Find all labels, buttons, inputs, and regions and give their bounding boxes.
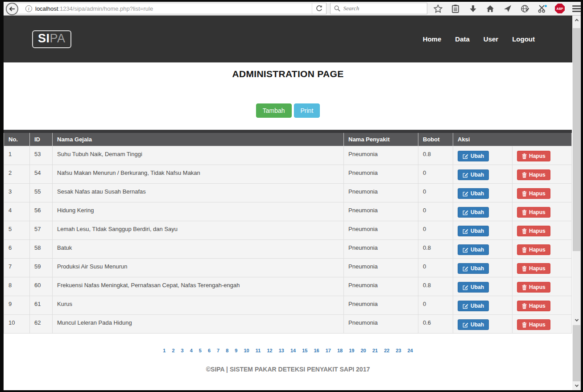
page-link[interactable]: 7 xyxy=(217,348,219,353)
page-link[interactable]: 24 xyxy=(407,348,413,353)
hapus-button[interactable]: Hapus xyxy=(517,244,550,255)
scroll-down-button-inner[interactable] xyxy=(572,316,581,324)
edit-icon xyxy=(463,153,468,159)
page-link[interactable]: 18 xyxy=(337,348,343,353)
ubah-button[interactable]: Ubah xyxy=(458,263,489,274)
adblock-icon[interactable]: ABP xyxy=(555,4,565,13)
hapus-button[interactable]: Hapus xyxy=(517,226,550,236)
page-link[interactable]: 5 xyxy=(199,348,202,353)
ubah-button[interactable]: Ubah xyxy=(458,244,489,255)
hapus-button[interactable]: Hapus xyxy=(517,207,550,218)
page-link[interactable]: 23 xyxy=(396,348,401,353)
scrollbar-thumb-lower[interactable] xyxy=(573,325,580,383)
cell-id: 55 xyxy=(30,184,53,202)
cell-bobot: 0 xyxy=(418,165,453,184)
col-header-penyakit: Nama Penyakit xyxy=(344,132,418,146)
reload-button[interactable] xyxy=(312,3,326,14)
sipa-logo[interactable]: SIPA xyxy=(32,30,71,48)
ubah-button[interactable]: Ubah xyxy=(458,151,489,161)
cell-hapus: Hapus xyxy=(513,165,572,184)
cell-id: 61 xyxy=(30,296,53,315)
downloads-button[interactable] xyxy=(468,4,478,13)
cell-penyakit: Pneumonia xyxy=(344,277,418,296)
home-button[interactable] xyxy=(485,4,495,13)
ubah-button[interactable]: Ubah xyxy=(458,207,489,218)
page-link[interactable]: 8 xyxy=(226,348,228,353)
page-link[interactable]: 9 xyxy=(235,348,237,353)
page-link[interactable]: 4 xyxy=(190,348,193,353)
page-link[interactable]: 1 xyxy=(163,348,165,353)
page-link[interactable]: 2 xyxy=(172,348,174,353)
page-link[interactable]: 19 xyxy=(349,348,354,353)
table-body: 1 53 Suhu Tubuh Naik, Demam Tinggi Pneum… xyxy=(4,146,572,334)
ubah-button[interactable]: Ubah xyxy=(458,282,489,293)
nav-link[interactable]: Home xyxy=(423,35,442,43)
screenshot-extension-button[interactable] xyxy=(538,4,547,13)
ubah-label: Ubah xyxy=(471,284,484,290)
page-link[interactable]: 22 xyxy=(384,348,389,353)
page-link[interactable]: 17 xyxy=(326,348,331,353)
page-link[interactable]: 3 xyxy=(181,348,184,353)
cell-hapus: Hapus xyxy=(513,277,572,296)
vertical-scrollbar[interactable] xyxy=(572,16,581,390)
ubah-label: Ubah xyxy=(471,247,484,253)
web-clipper-extension-button[interactable] xyxy=(520,4,530,13)
nav-link[interactable]: Logout xyxy=(512,35,535,43)
cell-gejala: Lemah Lesu, TIdak Sanggup Berdiri, dan S… xyxy=(53,221,344,240)
scroll-down-button[interactable] xyxy=(572,381,581,390)
page-link[interactable]: 6 xyxy=(208,348,211,353)
search-box[interactable] xyxy=(330,3,427,14)
tambah-button[interactable]: Tambah xyxy=(256,103,292,118)
hapus-button[interactable]: Hapus xyxy=(517,263,550,274)
menu-button[interactable] xyxy=(572,5,581,12)
trash-icon xyxy=(522,303,527,309)
hapus-button[interactable]: Hapus xyxy=(517,151,550,161)
send-button[interactable] xyxy=(503,4,513,13)
ubah-label: Ubah xyxy=(471,172,484,178)
trash-icon xyxy=(522,191,527,197)
cell-ubah: Ubah xyxy=(453,184,513,202)
trash-icon xyxy=(522,266,527,272)
page-link[interactable]: 15 xyxy=(302,348,307,353)
ubah-button[interactable]: Ubah xyxy=(458,188,489,199)
bookmark-star-button[interactable] xyxy=(433,4,443,13)
edit-icon xyxy=(463,191,468,197)
hapus-button[interactable]: Hapus xyxy=(517,301,550,311)
nav-link[interactable]: User xyxy=(484,35,498,43)
print-button[interactable]: Print xyxy=(294,103,320,118)
hapus-button[interactable]: Hapus xyxy=(517,188,550,199)
cell-ubah: Ubah xyxy=(453,165,513,184)
hapus-button[interactable]: Hapus xyxy=(517,169,550,180)
ubah-button[interactable]: Ubah xyxy=(458,301,489,311)
scrollbar-thumb[interactable] xyxy=(573,28,580,251)
search-input[interactable] xyxy=(343,5,415,12)
page-link[interactable]: 16 xyxy=(314,348,319,353)
ubah-button[interactable]: Ubah xyxy=(458,319,489,330)
edit-icon xyxy=(463,172,468,178)
edit-icon xyxy=(463,303,468,309)
scroll-up-button[interactable] xyxy=(572,16,581,24)
ubah-label: Ubah xyxy=(471,190,484,197)
url-bar[interactable]: i localhost:1234/sipa/admin/home.php?lis… xyxy=(13,3,327,14)
page-link[interactable]: 11 xyxy=(256,348,261,353)
nav-link[interactable]: Data xyxy=(455,35,470,43)
back-button[interactable] xyxy=(6,3,18,15)
ubah-button[interactable]: Ubah xyxy=(458,169,489,180)
page-link[interactable]: 10 xyxy=(244,348,249,353)
table-row: 6 58 Batuk Pneumonia 0.8 xyxy=(4,240,572,259)
cell-gejala: Batuk xyxy=(53,240,344,259)
ubah-button[interactable]: Ubah xyxy=(458,226,489,236)
hapus-button[interactable]: Hapus xyxy=(517,282,550,293)
page-title: ADMINISTRATION PAGE xyxy=(4,69,572,79)
bookmarks-menu-button[interactable] xyxy=(451,4,460,13)
hapus-button[interactable]: Hapus xyxy=(517,319,550,330)
info-icon[interactable]: i xyxy=(25,5,32,12)
back-icon xyxy=(8,5,16,12)
cell-ubah: Ubah xyxy=(453,240,513,259)
page-link[interactable]: 21 xyxy=(372,348,378,353)
page-link[interactable]: 14 xyxy=(290,348,296,353)
page-link[interactable]: 12 xyxy=(267,348,272,353)
ubah-label: Ubah xyxy=(471,209,484,215)
page-link[interactable]: 13 xyxy=(279,348,284,353)
page-link[interactable]: 20 xyxy=(360,348,366,353)
